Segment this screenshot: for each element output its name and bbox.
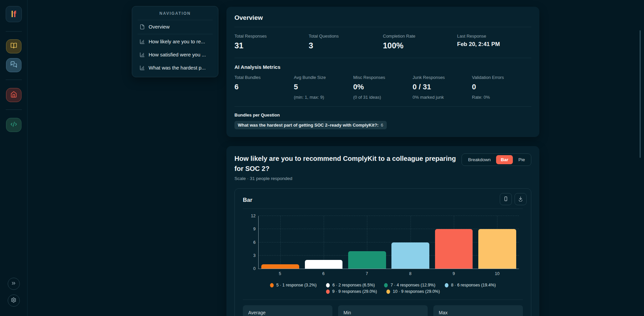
metric-label: Total Bundles — [234, 75, 294, 80]
legend-label: 10 · 9 responses (29.0%) — [393, 289, 440, 294]
legend-swatch — [384, 283, 388, 287]
summary-box: Min — [338, 305, 428, 316]
metric-label: Junk Responses — [413, 75, 472, 80]
x-axis-tick: 6 — [302, 271, 345, 276]
stat-value: 100% — [383, 41, 457, 50]
download-icon — [518, 196, 523, 202]
bundles-badge-question: What was the hardest part of getting SOC… — [238, 123, 379, 128]
bar-slot — [259, 216, 302, 269]
app-logo[interactable]: lf — [6, 6, 22, 22]
stat-label: Total Questions — [309, 34, 383, 39]
divider — [6, 109, 22, 110]
legend-item: 8 · 6 responses (19.4%) — [445, 283, 496, 287]
legend-label: 5 · 1 response (3.2%) — [276, 283, 317, 287]
bundles-title: Bundles per Question — [234, 112, 531, 118]
nav-item-label: How likely are you to re... — [149, 39, 205, 44]
question-card-header: How likely are you to recommend ComplyKi… — [234, 153, 531, 174]
stat-label: Completion Rate — [383, 34, 457, 39]
clipboard-icon — [503, 196, 508, 202]
stat-label: Last Response — [457, 34, 531, 39]
download-button[interactable] — [515, 193, 527, 205]
view-tabs: Breakdown Bar Pie — [462, 153, 531, 166]
bar-chart-icon — [140, 65, 145, 71]
divider — [6, 31, 22, 32]
tab-pie[interactable]: Pie — [514, 155, 530, 164]
x-axis-tick: 8 — [389, 271, 432, 276]
bar-5 — [261, 264, 299, 269]
divider — [138, 34, 213, 34]
gridline — [280, 216, 281, 269]
navigation-panel: NAVIGATION Overview How likely are you t… — [132, 6, 218, 77]
metric-sub: Rate: 0% — [472, 95, 531, 100]
tab-breakdown[interactable]: Breakdown — [463, 155, 495, 164]
legend-item: 6 · 2 responses (6.5%) — [326, 283, 375, 287]
bar-10 — [478, 229, 516, 269]
navigation-title: NAVIGATION — [138, 11, 213, 20]
question-card: How likely are you to recommend ComplyKi… — [226, 146, 539, 316]
summary-box-label: Average — [248, 310, 266, 315]
metric-value: 5 — [294, 83, 353, 91]
legend-label: 7 · 4 responses (12.9%) — [390, 283, 435, 287]
metric-sub: 0% marked junk — [413, 95, 472, 100]
bar-slot — [345, 216, 389, 269]
metric-item: Total Bundles 6 — [234, 75, 294, 100]
plot-area: 036912 — [258, 216, 519, 269]
responses-button[interactable] — [6, 58, 21, 72]
gear-icon — [11, 297, 16, 304]
home-icon — [10, 91, 17, 99]
bar-chart-card: Bar 036912 5678910 5 · 1 response (3.2%)… — [234, 188, 531, 316]
metric-sub — [234, 95, 294, 100]
y-axis-tick: 6 — [253, 240, 256, 245]
legend-swatch — [386, 289, 390, 294]
question-subtitle: Scale · 31 people responded — [234, 176, 531, 181]
legend-swatch — [270, 283, 274, 287]
metric-value: 0 — [472, 83, 531, 91]
bar-slot — [389, 216, 432, 269]
x-axis-tick: 5 — [258, 271, 302, 276]
nav-item-label: How satisfied were you ... — [149, 52, 206, 57]
metric-item: Misc Responses 0% (0 of 31 ideas) — [353, 75, 413, 100]
summary-box: Average — [243, 305, 332, 316]
legend-label: 9 · 9 responses (29.0%) — [332, 289, 377, 294]
home-button[interactable] — [6, 88, 21, 102]
bar-plot: 036912 — [258, 216, 519, 269]
tab-bar[interactable]: Bar — [496, 155, 513, 164]
y-axis-tick: 0 — [253, 266, 256, 271]
legend-item: 10 · 9 responses (29.0%) — [386, 289, 440, 294]
nav-item[interactable]: How likely are you to re... — [138, 35, 213, 48]
scrollbar[interactable] — [640, 30, 641, 158]
metric-value: 0 / 31 — [413, 83, 472, 91]
bar-7 — [348, 251, 386, 269]
chevrons-right-icon — [11, 280, 16, 287]
code-icon — [10, 121, 17, 129]
summary-box-label: Min — [343, 310, 351, 315]
summary-box: Max — [433, 305, 523, 316]
legend-label: 8 · 6 responses (19.4%) — [451, 283, 496, 287]
expand-sidebar-button[interactable] — [8, 278, 20, 290]
legend-swatch — [326, 283, 330, 287]
metric-sub: (0 of 31 ideas) — [353, 95, 413, 100]
overview-card: Overview Total Responses 31 Total Questi… — [226, 7, 539, 137]
copy-button[interactable] — [500, 193, 512, 205]
overview-card-title: Overview — [234, 14, 531, 27]
stat-item: Last Response Feb 20, 2:41 PM — [457, 34, 531, 50]
summary-box-label: Max — [439, 310, 447, 315]
legend-item: 5 · 1 response (3.2%) — [270, 283, 317, 287]
y-axis-tick: 9 — [253, 227, 256, 231]
code-button[interactable] — [6, 118, 21, 132]
divider — [6, 80, 22, 80]
metric-value: 0% — [353, 83, 413, 91]
legend-row: 5 · 1 response (3.2%)6 · 2 responses (6.… — [270, 283, 496, 287]
stat-value: Feb 20, 2:41 PM — [457, 41, 531, 48]
settings-button[interactable] — [8, 295, 20, 307]
nav-item[interactable]: Overview — [138, 20, 213, 33]
bar-slot — [432, 216, 475, 269]
x-axis-tick: 10 — [476, 271, 519, 276]
book-open-icon — [10, 42, 17, 50]
nav-item[interactable]: What was the hardest p... — [138, 61, 213, 74]
metric-label: Avg Bundle Size — [294, 75, 353, 80]
legend-row: 9 · 9 responses (29.0%)10 · 9 responses … — [326, 289, 440, 294]
nav-item[interactable]: How satisfied were you ... — [138, 48, 213, 61]
logo-letter-l: l — [11, 9, 13, 19]
library-button[interactable] — [6, 39, 21, 53]
